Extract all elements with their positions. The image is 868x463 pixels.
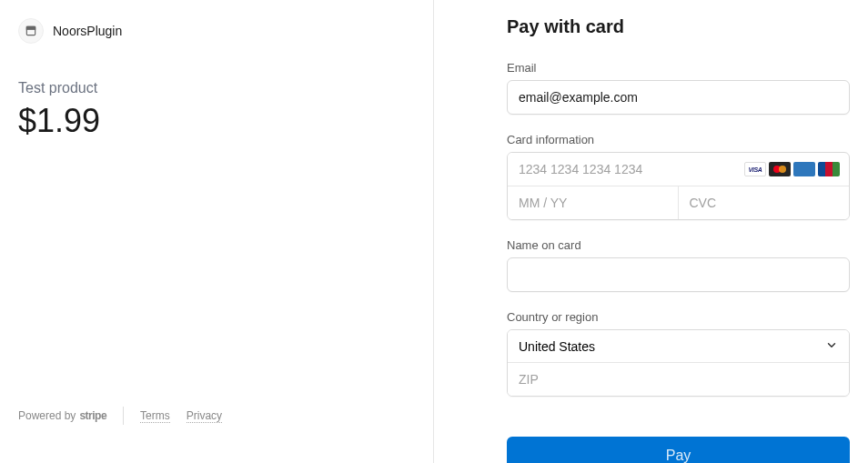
merchant-name: NoorsPlugin [53, 24, 122, 38]
country-selected-value: United States [519, 339, 595, 354]
merchant-icon [18, 18, 44, 44]
page-title: Pay with card [507, 16, 850, 37]
stripe-logo: stripe [79, 409, 106, 422]
powered-by-stripe[interactable]: Powered by stripe [18, 409, 106, 422]
card-cvc-input[interactable] [679, 186, 850, 219]
order-summary-panel: NoorsPlugin Test product $1.99 Powered b… [0, 0, 434, 463]
amex-icon [793, 162, 815, 176]
name-on-card-input[interactable] [507, 257, 850, 292]
merchant-header: NoorsPlugin [18, 18, 415, 44]
pay-button[interactable]: Pay [507, 437, 850, 463]
country-group: Country or region United States [507, 310, 850, 397]
card-brand-icons: VISA [744, 162, 849, 176]
card-number-row: VISA [508, 153, 849, 186]
visa-icon: VISA [744, 162, 766, 176]
card-group: Card information VISA [507, 133, 850, 220]
powered-by-prefix: Powered by [18, 409, 76, 422]
name-group: Name on card [507, 238, 850, 292]
footer: Powered by stripe Terms Privacy [18, 407, 222, 425]
privacy-link[interactable]: Privacy [187, 409, 222, 423]
name-on-card-label: Name on card [507, 238, 850, 252]
jcb-icon [818, 162, 840, 176]
card-expiry-input[interactable] [508, 186, 679, 219]
card-expiry-cvc-row [508, 186, 849, 219]
product-name: Test product [18, 80, 415, 96]
svg-rect-1 [26, 26, 35, 29]
payment-form-panel: Pay with card Email Card information VIS… [434, 0, 868, 463]
email-label: Email [507, 61, 850, 75]
country-input-wrapper: United States [507, 329, 850, 397]
card-number-input[interactable] [508, 153, 744, 186]
chevron-down-icon [825, 338, 838, 354]
email-group: Email [507, 61, 850, 115]
terms-link[interactable]: Terms [140, 409, 170, 423]
card-input-wrapper: VISA [507, 152, 850, 220]
zip-input[interactable] [508, 363, 849, 396]
country-label: Country or region [507, 310, 850, 324]
country-select[interactable]: United States [508, 330, 849, 363]
product-price: $1.99 [18, 102, 415, 140]
email-input[interactable] [507, 80, 850, 115]
footer-divider [123, 407, 124, 425]
mastercard-icon [769, 162, 791, 176]
card-info-label: Card information [507, 133, 850, 146]
